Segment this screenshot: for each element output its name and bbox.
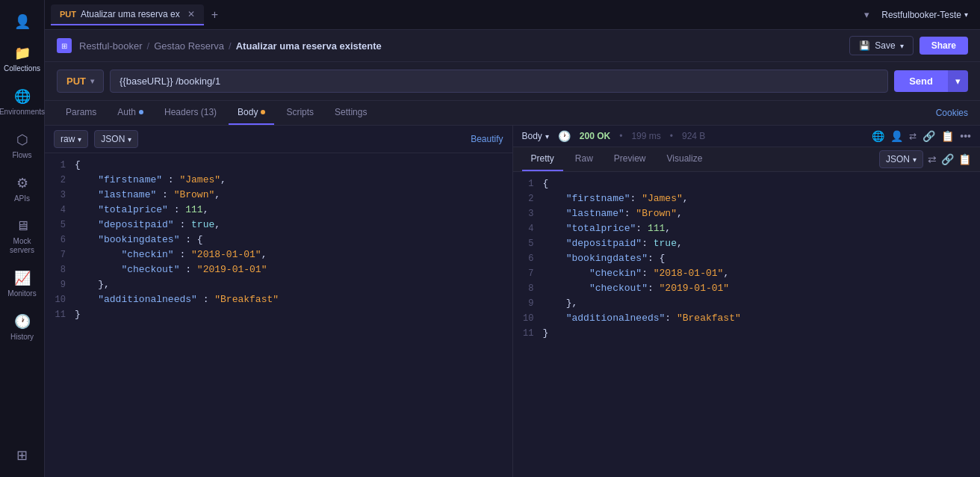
chevron-down-icon: ▾ (900, 42, 904, 50)
line-content: "checkout" : "2019-01-01" (75, 264, 267, 275)
tab-body[interactable]: Body (229, 101, 274, 125)
cookies-label: Cookies (936, 108, 968, 118)
line-number: 2 (513, 193, 543, 204)
tab-headers[interactable]: Headers (13) (155, 101, 226, 125)
code-line: 5 "depositpaid" : true, (45, 219, 512, 234)
breadcrumb-current: Atualizar uma reserva existente (236, 40, 382, 52)
resp-tab-preview[interactable]: Preview (605, 147, 655, 171)
body-dot (261, 110, 265, 114)
line-number: 6 (513, 253, 543, 264)
workspace-selector[interactable]: Restfulbooker-Teste ▾ (875, 7, 974, 23)
tab-bar-right: ▾ Restfulbooker-Teste ▾ (864, 7, 974, 23)
sidebar-item-user[interactable]: 👤 (0, 6, 44, 37)
tab-auth[interactable]: Auth (108, 101, 152, 125)
sidebar-item-environments[interactable]: 🌐 Environments (0, 81, 44, 124)
raw-select[interactable]: raw ▾ (54, 130, 88, 148)
sidebar-item-label: Monitors (7, 289, 36, 298)
code-line: 1 { (45, 159, 512, 174)
beautify-label: Beautify (471, 134, 503, 144)
json-select[interactable]: JSON ▾ (94, 130, 138, 148)
code-line: 11 } (45, 309, 512, 324)
history-icon[interactable]: 🕐 (558, 130, 571, 142)
share-button[interactable]: Share (919, 37, 968, 55)
line-number: 3 (45, 189, 75, 200)
line-content: } (75, 309, 81, 320)
link-resp-icon[interactable]: 🔗 (941, 153, 954, 165)
tab-put-request[interactable]: PUT Atualizar uma reserva ex ✕ (51, 4, 204, 25)
json-resp-label: JSON (886, 154, 910, 164)
line-number: 6 (45, 234, 75, 245)
response-tabs: Pretty Raw Preview Visualize JSON ▾ ⇄ (513, 147, 981, 172)
save-button[interactable]: 💾 Save ▾ (849, 36, 913, 55)
code-editor[interactable]: 1 { 2 "firstname" : "James", 3 "lastname… (45, 153, 512, 477)
environments-icon: 🌐 (14, 88, 31, 105)
line-number: 8 (45, 264, 75, 275)
body-select[interactable]: Body ▾ (522, 131, 549, 141)
code-line: 8 "checkout" : "2019-01-01" (45, 264, 512, 279)
url-input[interactable] (110, 70, 888, 93)
line-number: 10 (45, 294, 75, 305)
breadcrumb: ⊞ Restful-booker / Gestao Reserva / Atua… (45, 30, 980, 62)
save-label: Save (875, 40, 895, 51)
link-icon[interactable]: 🔗 (922, 130, 935, 142)
send-chevron-button[interactable]: ▾ (948, 70, 968, 92)
json-resp-select[interactable]: JSON ▾ (879, 150, 923, 168)
cookies-link[interactable]: Cookies (936, 102, 968, 124)
tab-headers-label: Headers (13) (164, 107, 217, 117)
beautify-button[interactable]: Beautify (471, 134, 503, 144)
response-icons: 🌐 👤 ⇄ 🔗 📋 ••• (872, 130, 971, 142)
sidebar: 👤 📁 Collections 🌐 Environments ⬡ Flows ⚙… (0, 0, 45, 477)
globe-icon[interactable]: 🌐 (872, 130, 884, 142)
breadcrumb-link-restful-booker[interactable]: Restful-booker (79, 40, 143, 52)
code-line: 4 "totalprice" : 111, (45, 204, 512, 219)
sidebar-item-monitors[interactable]: 📈 Monitors (0, 262, 44, 306)
line-content: "bookingdates": { (543, 253, 666, 264)
wrap-icon[interactable]: ⇄ (909, 131, 917, 141)
chevron-down-icon[interactable]: ▾ (864, 9, 869, 20)
breadcrumb-sep: / (229, 40, 232, 52)
resp-code-line: 1 { (513, 178, 981, 193)
line-number: 7 (45, 249, 75, 260)
line-content: "bookingdates" : { (75, 234, 203, 245)
tab-params[interactable]: Params (57, 101, 105, 125)
line-number: 2 (45, 174, 75, 185)
sidebar-item-collections[interactable]: 📁 Collections (0, 37, 44, 81)
tab-scripts[interactable]: Scripts (277, 101, 323, 125)
resp-code-line: 8 "checkout": "2019-01-01" (513, 283, 981, 298)
line-content: "firstname": "James", (543, 193, 689, 204)
copy-resp-icon[interactable]: 📋 (958, 153, 971, 165)
resp-tab-visualize[interactable]: Visualize (658, 147, 712, 171)
line-content: }, (75, 279, 110, 290)
resp-tabs-right: JSON ▾ ⇄ 🔗 📋 (879, 150, 971, 168)
sidebar-item-history[interactable]: 🕐 History (0, 306, 44, 349)
code-line: 2 "firstname" : "James", (45, 174, 512, 189)
more-icon[interactable]: ••• (960, 130, 971, 142)
resp-tab-raw[interactable]: Raw (566, 147, 602, 171)
flows-icon: ⬡ (16, 132, 28, 148)
editor-toolbar: raw ▾ JSON ▾ Beautify (45, 126, 512, 153)
resp-code-line: 3 "lastname": "Brown", (513, 208, 981, 223)
resp-tab-pretty[interactable]: Pretty (522, 147, 563, 171)
sidebar-item-apis[interactable]: ⚙ APIs (0, 167, 44, 211)
sidebar-item-flows[interactable]: ⬡ Flows (0, 124, 44, 167)
close-icon[interactable]: ✕ (187, 9, 195, 19)
monitors-icon: 📈 (14, 270, 31, 286)
main-content: PUT Atualizar uma reserva ex ✕ + ▾ Restf… (45, 0, 980, 477)
add-tab-button[interactable]: + (207, 8, 223, 22)
line-content: "firstname" : "James", (75, 174, 226, 185)
editor-pane: raw ▾ JSON ▾ Beautify 1 { 2 "f (45, 126, 513, 477)
send-main-button[interactable]: Send (894, 70, 948, 92)
sidebar-item-mock-servers[interactable]: 🖥 Mock servers (0, 211, 44, 262)
code-line: 6 "bookingdates" : { (45, 234, 512, 249)
breadcrumb-link-gestao[interactable]: Gestao Reserva (154, 40, 224, 52)
user-icon[interactable]: 👤 (890, 130, 903, 142)
workspace-name: Restfulbooker-Teste (881, 10, 961, 20)
sidebar-item-explore[interactable]: ⊞ (0, 440, 44, 471)
copy-icon[interactable]: 📋 (941, 130, 954, 142)
method-select[interactable]: PUT ▾ (57, 70, 104, 93)
tab-settings[interactable]: Settings (326, 101, 376, 125)
align-icon[interactable]: ⇄ (928, 153, 937, 165)
auth-dot (139, 110, 143, 114)
raw-label: raw (61, 134, 75, 144)
code-line: 10 "additionalneeds" : "Breakfast" (45, 294, 512, 309)
